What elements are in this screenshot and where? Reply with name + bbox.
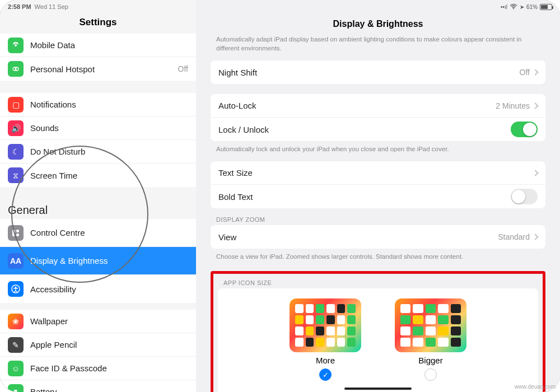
main-panel: ••ıl ➤ 61% Display & Brightness Automati… [196, 0, 560, 392]
row-label: Auto-Lock [218, 101, 496, 110]
option-bigger[interactable]: Bigger [395, 298, 466, 381]
display-icon: AA [8, 253, 24, 269]
dnd-icon: ☾ [8, 144, 24, 160]
home-indicator[interactable] [344, 388, 412, 390]
preview-more [290, 298, 361, 352]
svg-rect-4 [16, 230, 19, 232]
sidebar-item-label: Display & Brightness [30, 256, 188, 265]
control-centre-icon [8, 225, 24, 241]
svg-point-0 [15, 44, 17, 46]
sidebar-item-do-not-disturb[interactable]: ☾ Do Not Disturb [0, 140, 196, 164]
sidebar-item-label: Apple Pencil [30, 340, 188, 349]
status-bar-right: ••ıl ➤ 61% [196, 0, 560, 13]
svg-point-2 [15, 67, 18, 71]
sidebar-item-mobile-data[interactable]: Mobile Data [0, 34, 196, 57]
sidebar-item-label: Do Not Disturb [30, 147, 188, 156]
sidebar-item-battery[interactable]: ▮ Battery [0, 380, 196, 392]
row-night-shift[interactable]: Night Shift Off [211, 60, 545, 84]
sidebar-item-label: Notifications [30, 100, 188, 109]
row-auto-lock[interactable]: Auto-Lock 2 Minutes [211, 94, 545, 118]
screen-time-icon: ⧖ [8, 167, 24, 183]
chevron-right-icon [532, 170, 538, 176]
view-description: Choose a view for iPad. Zoomed shows lar… [211, 249, 545, 269]
hotspot-icon [8, 61, 24, 77]
chevron-right-icon [532, 234, 538, 240]
option-label: Bigger [395, 356, 466, 365]
app-icon-size-header: APP ICON SIZE [218, 278, 538, 288]
option-label: More [290, 356, 361, 365]
sounds-icon: 🔊 [8, 120, 24, 136]
svg-rect-5 [16, 234, 19, 236]
sidebar-item-apple-pencil[interactable]: ✎ Apple Pencil [0, 333, 196, 357]
sidebar-title: Settings [0, 13, 196, 34]
sidebar-item-personal-hotspot[interactable]: Personal Hotspot Off [0, 57, 196, 81]
svg-point-7 [15, 287, 17, 288]
sidebar-item-wallpaper[interactable]: ❀ Wallpaper [0, 310, 196, 333]
location-icon: ➤ [520, 4, 524, 10]
wallpaper-icon: ❀ [8, 314, 24, 329]
signal-icon: ••ıl [501, 4, 507, 10]
accessibility-icon [8, 281, 24, 297]
sidebar-item-label: Sounds [30, 123, 188, 133]
sidebar-item-label: Battery [30, 387, 188, 392]
chevron-right-icon [532, 102, 538, 109]
sidebar-item-label: Screen Time [30, 171, 188, 180]
sidebar-item-label: Face ID & Passcode [30, 363, 188, 373]
app-icon-size-highlight: APP ICON SIZE More ✓ [211, 271, 545, 392]
status-date: Wed 11 Sep [35, 3, 68, 10]
lock-description: Automatically lock and unlock your iPad … [211, 141, 545, 161]
battery-indicator [540, 4, 552, 10]
mobile-data-icon [8, 38, 24, 53]
chevron-right-icon [532, 69, 538, 76]
pencil-icon: ✎ [8, 337, 24, 353]
sidebar: 2:58 PM Wed 11 Sep Settings Mobile Data … [0, 0, 196, 392]
section-general: General [0, 199, 196, 219]
sidebar-item-label: Accessibility [30, 284, 188, 294]
row-label: Text Size [218, 168, 533, 178]
row-label: View [218, 232, 498, 242]
sidebar-item-label: Personal Hotspot [30, 64, 178, 74]
sidebar-item-notifications[interactable]: ▢ Notifications [0, 93, 196, 116]
row-value: Off [520, 68, 530, 77]
status-time: 2:58 PM [8, 3, 31, 10]
row-value: 2 Minutes [496, 101, 530, 110]
main-title: Display & Brightness [196, 13, 560, 35]
option-more[interactable]: More ✓ [290, 298, 361, 381]
sidebar-item-sounds[interactable]: 🔊 Sounds [0, 116, 196, 140]
notifications-icon: ▢ [8, 97, 24, 113]
wifi-icon [510, 4, 517, 10]
display-zoom-header: DISPLAY ZOOM [211, 208, 545, 225]
sidebar-item-control-centre[interactable]: Control Centre [0, 219, 196, 247]
row-text-size[interactable]: Text Size [211, 161, 545, 185]
row-bold-text: Bold Text [211, 185, 545, 208]
row-view[interactable]: View Standard [211, 225, 545, 249]
radio-bigger[interactable] [424, 368, 437, 381]
sidebar-item-label: Mobile Data [30, 40, 188, 50]
radio-more[interactable]: ✓ [319, 368, 332, 381]
watermark: www.deuaq.com [515, 384, 556, 390]
row-label: Lock / Unlock [218, 125, 511, 134]
sidebar-item-label: Wallpaper [30, 316, 188, 326]
preview-bigger [395, 298, 466, 352]
svg-rect-3 [12, 230, 15, 236]
lock-unlock-toggle[interactable] [511, 122, 538, 137]
sidebar-item-accessibility[interactable]: Accessibility [0, 275, 196, 303]
sidebar-item-value: Off [178, 64, 188, 73]
battery-pct: 61% [526, 4, 538, 10]
battery-icon: ▮ [8, 384, 24, 393]
sidebar-item-face-id[interactable]: ☺ Face ID & Passcode [0, 357, 196, 380]
row-label: Bold Text [218, 192, 511, 202]
bold-text-toggle[interactable] [511, 189, 538, 204]
sidebar-item-screen-time[interactable]: ⧖ Screen Time [0, 164, 196, 187]
sidebar-item-display-brightness[interactable]: AA Display & Brightness [0, 247, 196, 275]
sidebar-item-label: Control Centre [30, 228, 188, 237]
row-value: Standard [498, 232, 530, 241]
status-bar: 2:58 PM Wed 11 Sep [0, 0, 196, 13]
face-id-icon: ☺ [8, 361, 24, 376]
row-lock-unlock: Lock / Unlock [211, 118, 545, 141]
row-label: Night Shift [218, 68, 520, 77]
svg-point-8 [513, 8, 514, 10]
true-tone-description: Automatically adapt iPad display based o… [211, 35, 545, 60]
